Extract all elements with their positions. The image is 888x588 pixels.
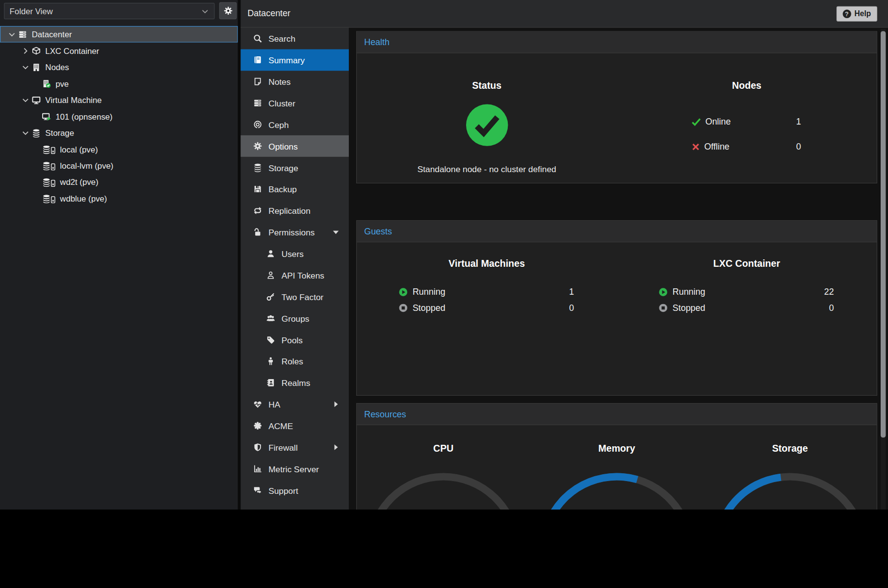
lxc-heading: LXC Container [617,258,877,269]
chevron-right-icon[interactable] [21,47,31,54]
tree-settings-button[interactable] [219,2,237,20]
menu-item-label: Permissions [268,227,314,237]
gauge-storage: Storage46%1.44 TiB of 3.10 TiB [704,443,877,510]
chevron-down-icon [201,7,209,15]
tree-item-local-lvm-pve[interactable]: local-lvm (pve) [0,157,238,174]
floppy-icon [252,184,263,193]
lxc-stopped-label: Stopped [673,303,705,313]
menu-item-ha[interactable]: HA [241,393,349,415]
database-drive-icon [42,178,55,186]
tree-item-label: wd2t (pve) [60,178,98,186]
user-icon [265,249,276,258]
key-icon [265,292,276,301]
search-icon [252,34,263,43]
menu-item-realms[interactable]: Realms [241,372,349,393]
menu-item-label: Pools [282,335,303,345]
menu-item-label: Users [282,249,304,258]
cube-icon [32,46,41,55]
scrollbar-thumb[interactable] [881,31,886,437]
database-drive-icon [42,161,55,170]
menu-item-metric-server[interactable]: Metric Server [241,458,349,480]
vm-stopped-value: 0 [569,303,575,313]
offline-label: Offline [704,142,729,152]
menu-item-acme[interactable]: ACME [241,415,349,436]
tree-item-virtual-machine[interactable]: Virtual Machine [0,92,238,108]
menu-item-replication[interactable]: Replication [241,200,349,221]
tree-view-select[interactable]: Folder View [4,3,214,19]
vertical-scrollbar [881,29,886,510]
page-title: Datacenter [247,0,290,27]
status-column: Status Standalone node - no cluster defi… [357,80,617,174]
database-drive-icon [42,194,55,203]
chevron-down-icon[interactable] [21,63,31,71]
tree-item-local-pve[interactable]: local (pve) [0,141,238,157]
question-circle-icon: ? [842,10,851,18]
nodes-online-row: Online 1 [691,113,802,130]
tree-item-label: 101 (opnsense) [55,112,112,121]
menu-item-ceph[interactable]: Ceph [241,114,349,135]
menu-item-storage[interactable]: Storage [241,157,349,179]
help-button-label: Help [855,10,871,18]
seal-icon [252,421,263,430]
menu-item-label: Metric Server [268,464,319,474]
menu-item-firewall[interactable]: Firewall [241,436,349,458]
menu-item-label: Two Factor [282,292,324,302]
gauge-cpu: CPU17%of 4 CPU(s) [357,443,530,510]
cluster-icon [252,99,263,107]
guests-panel-title: Guests [357,221,877,242]
caret-down-icon [330,228,341,236]
nodes-column: Nodes Online 1 [617,80,877,174]
menu-item-backup[interactable]: Backup [241,179,349,200]
menu-item-label: HA [268,399,280,409]
tree-item-label: Datacenter [32,30,72,39]
menu-item-label: Groups [282,313,310,323]
tree-item-pve[interactable]: pve [0,76,238,92]
status-heading: Status [357,80,617,92]
menu-item-summary[interactable]: Summary [241,49,349,71]
menu-item-api-tokens[interactable]: API Tokens [241,264,349,286]
tree-item-label: Nodes [45,63,69,72]
menu-item-two-factor[interactable]: Two Factor [241,286,349,307]
caret-right-icon [330,443,341,451]
lxc-running-row: Running 22 [658,284,835,300]
chevron-down-icon[interactable] [21,129,31,137]
menu-item-label: Search [268,34,295,44]
menu-item-pools[interactable]: Pools [241,329,349,351]
tree-item-label: local-lvm (pve) [60,161,113,170]
health-panel-title: Health [357,32,877,53]
menu-item-label: Cluster [268,98,295,108]
tree-item-wdblue-pve[interactable]: wdblue (pve) [0,190,238,206]
gear-icon [223,6,232,15]
lxc-column: LXC Container Running 22 [617,258,877,316]
tree-item-storage[interactable]: Storage [0,125,238,141]
tree-item-101-opnsense[interactable]: 101 (opnsense) [0,108,238,124]
resource-tree: DatacenterLXC ContainerNodespveVirtual M… [0,26,238,206]
chevron-down-icon[interactable] [7,30,17,38]
nodes-offline-row: Offline 0 [691,138,802,155]
tree-item-lxc-container[interactable]: LXC Container [0,43,238,59]
resources-panel-title: Resources [357,404,877,425]
menu-item-users[interactable]: Users [241,243,349,264]
ceph-icon [252,120,263,129]
menu-item-label: Options [268,141,298,151]
menu-item-support[interactable]: Support [241,480,349,501]
menu-item-options[interactable]: Options [241,135,349,157]
lxc-running-label: Running [673,287,705,297]
tree-item-nodes[interactable]: Nodes [0,59,238,75]
tag-icon [265,335,276,344]
menu-item-label: Firewall [268,442,298,452]
tree-item-wd2t-pve[interactable]: wd2t (pve) [0,174,238,190]
menu-item-permissions[interactable]: Permissions [241,221,349,243]
menu-item-cluster[interactable]: Cluster [241,92,349,114]
menu-item-groups[interactable]: Groups [241,307,349,329]
tree-item-datacenter[interactable]: Datacenter [0,26,238,42]
note-icon [252,77,263,86]
chevron-down-icon[interactable] [21,96,31,104]
tree-view-select-value: Folder View [10,6,53,15]
role-icon [265,357,276,365]
online-value: 1 [796,117,802,127]
menu-item-roles[interactable]: Roles [241,351,349,372]
menu-item-search[interactable]: Search [241,28,349,50]
help-button[interactable]: ? Help [836,6,877,22]
menu-item-notes[interactable]: Notes [241,71,349,92]
